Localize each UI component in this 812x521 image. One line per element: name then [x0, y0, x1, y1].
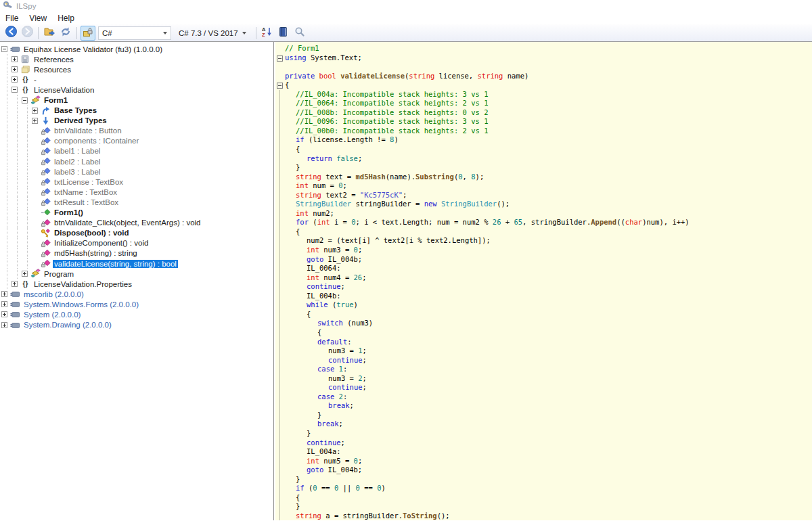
fold-toggle-icon[interactable] [277, 55, 283, 61]
tree-guide-line [27, 197, 32, 207]
tree-item[interactable]: btnValidate_Click(object, EventArgs) : v… [0, 218, 271, 228]
tree-item[interactable]: Derived Types [0, 116, 271, 126]
search-button[interactable] [292, 26, 307, 41]
tree-guide-line [27, 136, 32, 146]
tree-guide-line [17, 248, 22, 258]
tree-item[interactable]: {}LicenseValidation [0, 85, 271, 95]
expand-icon[interactable] [12, 281, 18, 287]
tree-item[interactable]: System.Drawing (2.0.0.0) [0, 320, 271, 330]
expand-icon[interactable] [1, 322, 7, 328]
tree-item[interactable]: txtLicense : TextBox [0, 177, 271, 187]
tree-item[interactable]: Equihax License Validator (fu3) (1.0.0.0… [0, 44, 271, 54]
tree-guide-line [7, 228, 12, 238]
expand-icon[interactable] [22, 271, 28, 277]
code-line: } [275, 475, 812, 484]
tree-item-label: btnValidate : Button [53, 127, 123, 135]
forward-button[interactable] [20, 26, 35, 41]
expand-icon[interactable] [1, 311, 7, 317]
menu-help[interactable]: Help [52, 13, 80, 24]
code-line: } [275, 429, 812, 438]
language-combo[interactable]: C# [98, 26, 171, 40]
tree-guide-line [17, 208, 22, 218]
menu-view[interactable]: View [24, 13, 52, 24]
tree-item[interactable]: label2 : Label [0, 156, 271, 166]
toolbar: C#C# 7.3 / VS 2017AZ [0, 24, 812, 42]
tree-item-label: btnValidate_Click(object, EventArgs) : v… [53, 219, 202, 227]
tree-item[interactable]: InitializeComponent() : void [0, 238, 271, 248]
collapse-icon[interactable] [1, 46, 7, 52]
tree-item[interactable]: label3 : Label [0, 166, 271, 177]
field-icon [41, 156, 51, 166]
expand-icon[interactable] [1, 301, 7, 307]
refresh-button[interactable] [58, 26, 73, 41]
code-view[interactable]: // Form1using System.Text;private bool v… [275, 42, 812, 520]
menu-file[interactable]: File [0, 13, 24, 24]
language-version-combo[interactable]: C# 7.3 / VS 2017 [175, 26, 252, 40]
tree-guide-line [17, 258, 22, 269]
code-line: case 2: [275, 392, 812, 402]
expand-icon[interactable] [32, 118, 38, 124]
tree-guide-line [17, 197, 22, 207]
tree-item[interactable]: components : IContainer [0, 136, 271, 146]
collapse-icon[interactable] [12, 87, 18, 93]
code-line: string a = stringBuilder.ToString(); [275, 512, 812, 520]
code-line: return false; [275, 154, 812, 164]
tree-item[interactable]: txtResult : TextBox [0, 197, 271, 207]
tree-guide-line [7, 218, 12, 228]
panel-splitter[interactable] [271, 42, 275, 520]
open-file-button[interactable] [42, 26, 57, 41]
tree-guide-line [27, 156, 32, 166]
code-line: num2 = (text[i] ^ text2[i % text2.Length… [275, 236, 812, 246]
code-line: //IL_0096: Incompatible stack heights: 3… [275, 117, 812, 127]
fold-toggle-icon[interactable] [277, 82, 283, 88]
tree-item-label: validateLicense(string, string) : bool [53, 260, 178, 268]
tree-item[interactable]: mscorlib (2.0.0.0) [0, 289, 271, 299]
collapse-icon[interactable] [22, 97, 28, 104]
expand-icon[interactable] [32, 108, 38, 114]
sort-assemblies-button[interactable]: AZ [260, 26, 275, 41]
tree-guide-line [27, 238, 32, 248]
tree-item[interactable]: validateLicense(string, string) : bool [0, 258, 271, 269]
back-button[interactable] [3, 26, 18, 41]
namespace-icon: {} [20, 279, 30, 289]
tree-item[interactable]: Program [0, 269, 271, 279]
code-line: switch (num3) [275, 319, 812, 328]
tree-item[interactable]: System (2.0.0.0) [0, 309, 271, 319]
tree-item[interactable]: Resources [0, 64, 271, 74]
tree-guide-line [7, 74, 12, 85]
tree-item[interactable]: md5Hash(string) : string [0, 248, 271, 258]
expand-icon[interactable] [1, 291, 7, 297]
open-from-gac-button[interactable] [81, 26, 95, 41]
expander-spacer [32, 220, 38, 226]
method-icon [41, 248, 51, 258]
tree-item[interactable]: txtName : TextBox [0, 187, 271, 197]
tree-item[interactable]: References [0, 54, 271, 64]
assembly-icon [10, 289, 20, 299]
tree-guide-line [7, 269, 12, 279]
field-icon [41, 166, 51, 177]
tree-item[interactable]: {}- [0, 74, 271, 85]
tree-guide-line [17, 95, 22, 105]
tree-item[interactable]: System.Windows.Forms (2.0.0.0) [0, 299, 271, 309]
tree-item[interactable]: Form1 [0, 95, 271, 105]
code-line: num3 = 2; [275, 374, 812, 384]
expand-icon[interactable] [12, 56, 18, 62]
code-line: int num4 = 26; [275, 273, 812, 283]
assembly-tree[interactable]: Equihax License Validator (fu3) (1.0.0.0… [0, 42, 271, 520]
tree-item[interactable]: btnValidate : Button [0, 126, 271, 136]
code-line: continue; [275, 383, 812, 392]
refresh-icon [60, 26, 71, 40]
assembly-icon [10, 299, 20, 309]
tree-item[interactable]: {}LicenseValidation.Properties [0, 279, 271, 289]
tree-guide-line [17, 177, 22, 187]
expand-icon[interactable] [12, 76, 18, 83]
expand-icon[interactable] [12, 66, 18, 72]
tree-item[interactable]: Form1() [0, 208, 271, 218]
code-line: int num3 = 0; [275, 246, 812, 255]
open-from-gac-icon [83, 26, 93, 40]
tree-item[interactable]: Dispose(bool) : void [0, 228, 271, 238]
tree-item[interactable]: label1 : Label [0, 146, 271, 156]
tree-item[interactable]: Base Types [0, 106, 271, 116]
manage-assembly-lists-button[interactable] [276, 26, 291, 41]
code-line: if (license.Length != 8) [275, 135, 812, 145]
